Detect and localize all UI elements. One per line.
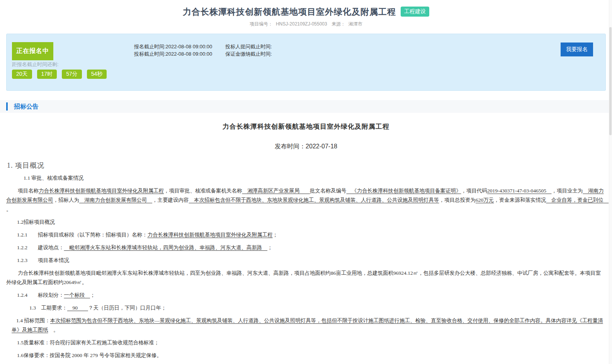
article-paragraph: 1.2.2 建设地点： 毗邻湘潭火车东站和长株潭城市轻轨站，四周为创业路、幸福路… bbox=[6, 243, 606, 252]
deadline-column: 报名截止时间:2022-08-08 09:00:00投标截止时间:2022-08… bbox=[134, 43, 212, 58]
article-paragraph: 1.5质量标准：符合现行国家有关工程施工验收规范合格标准； bbox=[6, 338, 606, 347]
article-paragraph: 1.2招标项目概况 bbox=[6, 218, 606, 227]
page: 力合长株潭科技创新领航基地项目室外绿化及附属工程工程建设 项目编号：HNSJ-2… bbox=[0, 0, 612, 364]
page-header: 力合长株潭科技创新领航基地项目室外绿化及附属工程工程建设 项目编号：HNSJ-2… bbox=[0, 0, 612, 27]
deadline-item: 保证金缴纳截止时间: bbox=[225, 50, 272, 58]
category-badge: 工程建设 bbox=[401, 7, 429, 17]
page-title: 力合长株潭科技创新领航基地项目室外绿化及附属工程 bbox=[183, 6, 396, 18]
article-paragraph: 力合长株潭科技创新领航基地项目毗邻湘潭火车东站和长株潭城市轻轨站，四至为创业路、… bbox=[6, 269, 606, 287]
countdown-pill: 54秒 bbox=[87, 70, 107, 79]
deadline-block: 报名截止时间:2022-08-08 09:00:00投标截止时间:2022-08… bbox=[134, 43, 272, 58]
section-title: 招标公告 bbox=[6, 102, 612, 111]
status-banner: 正在报名中 距报名截止时间还剩: 20天17时57分54秒 报名截止时间:202… bbox=[6, 34, 606, 91]
publish-date-line: 发布时间：2022-07-18 bbox=[6, 143, 606, 151]
article-paragraph: 1.2.1 招标项目或标段（以下简称：招标项目）名称：力合长株潭科技创新领航基地… bbox=[6, 230, 606, 240]
section-header-bar: 招标公告 bbox=[0, 100, 612, 113]
deadline-item: 投标截止时间:2022-08-08 09:00:00 bbox=[134, 50, 212, 58]
article-paragraph: 1.2.3 项目基本情况 bbox=[6, 256, 606, 265]
source-label: 来源： bbox=[332, 21, 345, 27]
article-title: 力合长株潭科技创新领航基地项目室外绿化及附属工程 bbox=[6, 122, 606, 131]
article-paragraph: 1.3 工期要求： 90 ？天（日历日，下同）口月口年； bbox=[6, 303, 606, 313]
article-paragraph: 1.4 招标范围：本次招标范围为包含但不限于西地块、东地块—景观绿化施工、景观构… bbox=[6, 316, 606, 335]
article-body: 1. 项目概况1.1 审批、核准或备案情况项目名称力合长株潭科技创新领航基地项目… bbox=[6, 161, 606, 364]
publish-label: 发布时间： bbox=[275, 143, 306, 150]
vertical-scrollbar[interactable] bbox=[609, 0, 612, 364]
source-value: 湘潭市 bbox=[348, 21, 362, 27]
deadline-column: 投标人提问截止时间:保证金缴纳截止时间: bbox=[225, 43, 272, 58]
publish-date: 2022-07-18 bbox=[306, 143, 337, 150]
countdown-label: 距报名截止时间还剩: bbox=[12, 61, 59, 68]
project-no-label: 项目编号： bbox=[250, 21, 273, 27]
apply-button[interactable]: 我要报名 bbox=[561, 43, 593, 56]
article-paragraph: 1.1 审批、核准或备案情况 bbox=[6, 173, 606, 183]
article-heading: 1. 项目概况 bbox=[7, 161, 606, 170]
status-badge: 正在报名中 bbox=[12, 42, 53, 60]
countdown-pill: 20天 bbox=[12, 70, 32, 79]
article-paragraph: 1.2.4 标段划分：一个标段 ； bbox=[6, 291, 606, 300]
project-meta: 项目编号：HNSJ-202109ZJ-055003 来源：湘潭市 bbox=[0, 21, 612, 27]
project-no-value: HNSJ-202109ZJ-055003 bbox=[276, 21, 327, 27]
article-paragraph: 项目名称力合长株潭科技创新领航基地项目室外绿化及附属工程，项目审批、核准或备案机… bbox=[6, 186, 606, 214]
deadline-item: 报名截止时间:2022-08-08 09:00:00 bbox=[134, 43, 212, 50]
countdown-pill: 57分 bbox=[62, 70, 82, 79]
scrollbar-thumb[interactable] bbox=[609, 27, 612, 135]
countdown-pills: 20天17时57分54秒 bbox=[12, 70, 107, 79]
article-paragraph: 1.6保修要求：按国务院 2000 年 279 号令等国家相关规定保修。 bbox=[6, 351, 606, 360]
deadline-item: 投标人提问截止时间: bbox=[225, 43, 272, 50]
announcement-article: 力合长株潭科技创新领航基地项目室外绿化及附属工程 发布时间：2022-07-18… bbox=[0, 122, 612, 364]
countdown-pill: 17时 bbox=[37, 70, 57, 79]
